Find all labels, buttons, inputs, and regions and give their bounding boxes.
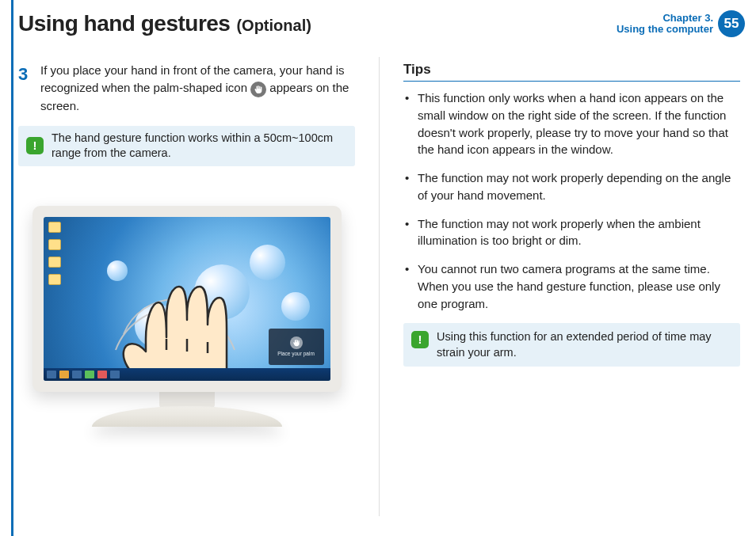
- step-text: If you place your hand in front of the c…: [40, 62, 355, 115]
- taskbar: [44, 368, 330, 381]
- taskbar-button: [97, 371, 107, 378]
- gesture-popup-caption: Place your palm: [277, 351, 315, 356]
- monitor-stand-base: [92, 406, 282, 427]
- decorative-bubble: [281, 292, 310, 321]
- folder-icon: [48, 239, 61, 250]
- tip-item: This function only works when a hand ico…: [403, 89, 740, 158]
- note-box-arm-strain: ! Using this function for an extended pe…: [403, 323, 740, 367]
- taskbar-button: [110, 371, 120, 378]
- page-number: 55: [724, 16, 739, 32]
- alert-icon: !: [411, 331, 429, 348]
- palm-icon: [250, 82, 266, 97]
- folder-icon: [48, 257, 61, 268]
- left-column: 3 If you place your hand in front of the…: [18, 62, 355, 536]
- folder-icon: [48, 274, 61, 285]
- page-number-badge: 55: [718, 10, 745, 37]
- tips-list: This function only works when a hand ico…: [403, 89, 740, 312]
- page-title: Using hand gestures: [18, 11, 230, 36]
- note-box-camera-range: ! The hand gesture function works within…: [18, 126, 355, 166]
- column-separator: [379, 57, 380, 516]
- folder-icon: [48, 222, 61, 233]
- chapter-label: Chapter 3. Using the computer: [617, 13, 713, 36]
- content-columns: 3 If you place your hand in front of the…: [18, 62, 740, 536]
- taskbar-button: [59, 371, 69, 378]
- hand-illustration: [100, 263, 250, 381]
- page-subtitle: (Optional): [236, 17, 311, 35]
- monitor-bezel: Place your palm: [32, 206, 342, 392]
- taskbar-button: [85, 371, 94, 378]
- step-number: 3: [18, 62, 32, 115]
- chapter-name: Using the computer: [617, 24, 713, 35]
- monitor-screen: Place your palm: [44, 217, 330, 381]
- monitor-illustration: Place your palm: [32, 206, 342, 427]
- taskbar-button: [47, 371, 56, 378]
- desktop-icons: [48, 222, 61, 285]
- decorative-bubble: [250, 245, 285, 280]
- tip-item: The function may not work properly when …: [403, 215, 740, 250]
- title-group: Using hand gestures (Optional): [18, 11, 311, 36]
- taskbar-button: [72, 371, 82, 378]
- step-block: 3 If you place your hand in front of the…: [18, 62, 355, 115]
- tip-item: The function may not work properly depen…: [403, 169, 740, 204]
- figure-monitor-gesture: Place your palm: [18, 206, 355, 427]
- note-text: Using this function for an extended peri…: [437, 329, 732, 360]
- page-left-rule: [11, 0, 13, 536]
- page-header: Using hand gestures (Optional) Chapter 3…: [18, 6, 745, 41]
- chapter-number: Chapter 3.: [617, 13, 713, 24]
- palm-icon: [290, 336, 303, 349]
- gesture-popup: Place your palm: [269, 329, 324, 365]
- alert-icon: !: [26, 137, 44, 154]
- right-column: Tips This function only works when a han…: [403, 62, 740, 536]
- note-text: The hand gesture function works within a…: [52, 131, 347, 162]
- tip-item: You cannot run two camera programs at th…: [403, 260, 740, 312]
- tips-heading: Tips: [403, 62, 740, 82]
- chapter-group: Chapter 3. Using the computer 55: [617, 10, 745, 37]
